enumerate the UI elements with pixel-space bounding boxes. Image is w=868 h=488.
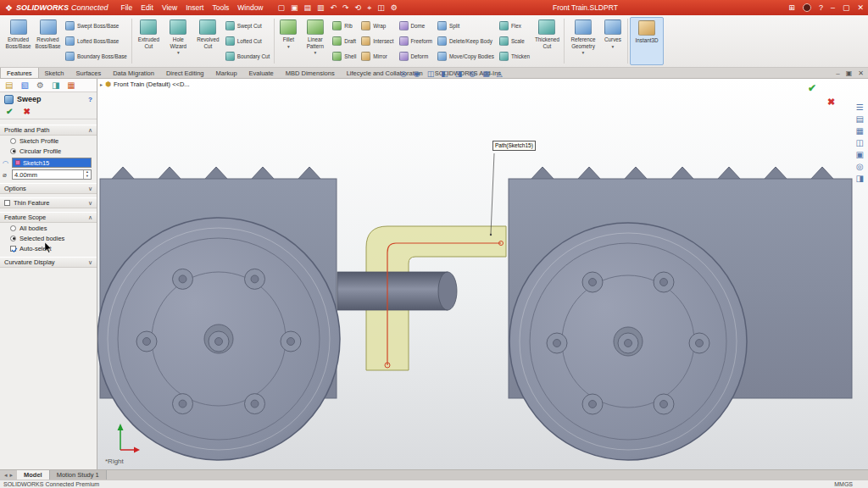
tab-sketch[interactable]: Sketch <box>39 68 70 78</box>
pm-cancel-button[interactable]: ✖ <box>23 107 30 116</box>
tab-evaluate[interactable]: Evaluate <box>243 68 280 78</box>
design-library-icon[interactable]: ▤ <box>856 114 864 124</box>
thicken-button[interactable]: Thicken <box>499 49 530 64</box>
doc-minimize-button[interactable]: – <box>836 69 839 77</box>
previous-view-icon[interactable]: ◫ <box>427 69 435 78</box>
tab-direct-editing[interactable]: Direct Editing <box>160 68 210 78</box>
rebuild-icon[interactable]: ⟲ <box>355 3 362 12</box>
pm-ok-button[interactable]: ✔ <box>6 107 13 116</box>
minimize-button[interactable]: – <box>831 3 835 12</box>
boundary-cut-button[interactable]: Boundary Cut <box>225 49 270 64</box>
3dexperience-panel-icon[interactable]: ☰ <box>856 103 864 112</box>
user-avatar[interactable] <box>803 3 811 12</box>
menu-edit[interactable]: Edit <box>136 2 158 14</box>
units-indicator[interactable]: MMGS <box>834 481 865 487</box>
share-icon[interactable]: ⊞ <box>788 3 795 12</box>
shell-button[interactable]: Shell <box>332 49 356 64</box>
fillet-button[interactable]: Fillet▾ <box>276 17 300 65</box>
left-wheel[interactable] <box>97 218 340 460</box>
view-palette-icon[interactable]: ◫ <box>856 138 864 147</box>
circular-profile-radio[interactable]: Circular Profile <box>0 146 97 156</box>
pm-help-icon[interactable]: ? <box>88 96 92 103</box>
draft-button[interactable]: Draft <box>332 34 356 48</box>
scale-button[interactable]: Scale <box>499 34 530 48</box>
axle-cylinder[interactable] <box>337 272 457 310</box>
dome-button[interactable]: Dome <box>399 19 433 33</box>
select-icon[interactable]: ⌖ <box>367 3 371 13</box>
intersect-button[interactable]: Intersect <box>361 34 393 48</box>
display-style-icon[interactable]: ◍ <box>469 69 476 78</box>
graphics-viewport[interactable]: ▸ ⬢ Front Train (Default) <<D... Path(Sk… <box>97 79 868 469</box>
tab-features[interactable]: Features <box>0 68 39 78</box>
thickened-cut-button[interactable]: Thickened Cut <box>532 17 562 65</box>
path-callout[interactable]: Path(Sketch15) <box>492 141 536 151</box>
close-button[interactable]: ✕ <box>857 3 864 12</box>
model-tab[interactable]: Model <box>17 470 50 480</box>
instant3d-button[interactable]: Instant3D <box>630 17 664 65</box>
extruded-cut-button[interactable]: Extruded Cut <box>134 17 164 65</box>
motion-study-tab[interactable]: Motion Study 1 <box>50 470 107 480</box>
right-wheel[interactable] <box>509 223 747 460</box>
curves-button[interactable]: Curves▾ <box>600 17 626 65</box>
menu-view[interactable]: View <box>158 2 181 14</box>
undo-icon[interactable]: ↶ <box>331 3 337 12</box>
deform-button[interactable]: Deform <box>399 49 433 64</box>
boundary-boss-base-button[interactable]: Boundary Boss/Base <box>65 49 127 64</box>
all-bodies-radio[interactable]: All bodies <box>0 223 97 233</box>
linear-pattern-button[interactable]: Linear Pattern▾ <box>300 17 330 65</box>
custom-properties-icon[interactable]: ◎ <box>856 162 864 171</box>
forum-icon[interactable]: ◨ <box>856 174 864 183</box>
featuremanager-tab-icon[interactable]: ▤ <box>5 80 13 90</box>
file-explorer-icon[interactable]: ▦ <box>856 126 864 136</box>
selected-path-item[interactable]: Sketch15 <box>13 158 91 167</box>
section-profile-and-path[interactable]: Profile and Path ∧ <box>0 125 97 136</box>
tab-data-migration[interactable]: Data Migration <box>107 68 160 78</box>
tab-scroll-right-icon[interactable]: ▸ <box>10 472 14 479</box>
section-options[interactable]: Options ∨ <box>0 183 97 194</box>
thin-feature-checkbox[interactable] <box>4 200 10 206</box>
help-icon[interactable]: ? <box>819 3 823 12</box>
zoom-area-icon[interactable]: ◉ <box>414 69 420 78</box>
tab-markup[interactable]: Markup <box>210 68 243 78</box>
redo-icon[interactable]: ↷ <box>342 3 349 12</box>
section-view-icon[interactable]: ◧ <box>441 69 448 78</box>
flex-button[interactable]: Flex <box>499 19 530 33</box>
revolved-boss-base-button[interactable]: Revolved Boss/Base <box>33 17 63 65</box>
reference-geometry-button[interactable]: Reference Geometry▾ <box>566 17 600 65</box>
mirror-button[interactable]: Mirror <box>361 49 393 64</box>
save-icon[interactable]: ▤ <box>304 3 312 12</box>
displaymanager-tab-icon[interactable]: ▦ <box>67 80 75 90</box>
confirmation-ok-button[interactable]: ✔ <box>808 82 816 94</box>
propertymanager-tab-icon[interactable]: ▧ <box>20 80 28 90</box>
lofted-boss-base-button[interactable]: Lofted Boss/Base <box>65 34 127 48</box>
section-feature-scope[interactable]: Feature Scope ∧ <box>0 212 97 223</box>
confirmation-cancel-button[interactable]: ✖ <box>827 97 835 108</box>
wrap-button[interactable]: Wrap <box>361 19 393 33</box>
freeform-button[interactable]: Freeform <box>399 34 433 48</box>
extruded-boss-base-button[interactable]: Extruded Boss/Base <box>3 17 33 65</box>
auto-select-checkbox[interactable] <box>10 246 16 252</box>
section-thin-feature[interactable]: Thin Feature ∨ <box>0 197 97 208</box>
dropdown-arrow-icon[interactable]: ▾ <box>287 44 290 49</box>
swept-cut-button[interactable]: Swept Cut <box>225 19 270 33</box>
hole-wizard-button[interactable]: Hole Wizard▾ <box>164 17 193 65</box>
doc-close-button[interactable]: ✕ <box>858 69 864 77</box>
appearances-icon[interactable]: ▣ <box>856 150 864 159</box>
rib-button[interactable]: Rib <box>332 19 356 33</box>
revolved-cut-button[interactable]: Revolved Cut <box>193 17 223 65</box>
new-document-icon[interactable]: ▢ <box>278 3 286 12</box>
tree-expander-icon[interactable]: ▸ <box>100 81 103 87</box>
dimxpertmanager-tab-icon[interactable]: ◨ <box>52 80 59 90</box>
zoom-fit-icon[interactable]: ◎ <box>400 69 407 78</box>
lofted-cut-button[interactable]: Lofted Cut <box>225 34 270 48</box>
spinner-down-icon[interactable]: ▾ <box>86 175 88 179</box>
path-selection-box[interactable]: Sketch15 <box>12 158 92 168</box>
view-orientation-icon[interactable]: ◨ <box>455 69 463 78</box>
hide-show-items-icon[interactable]: ▦ <box>482 69 490 78</box>
menu-window[interactable]: Window <box>233 2 267 14</box>
menu-tools[interactable]: Tools <box>208 2 233 14</box>
move-copy-bodies-button[interactable]: Move/Copy Bodies <box>437 49 494 64</box>
dropdown-arrow-icon[interactable]: ▾ <box>582 50 585 55</box>
section-curvature-display[interactable]: Curvature Display ∨ <box>0 257 97 268</box>
diameter-spinner[interactable]: ▴▾ <box>83 170 91 179</box>
